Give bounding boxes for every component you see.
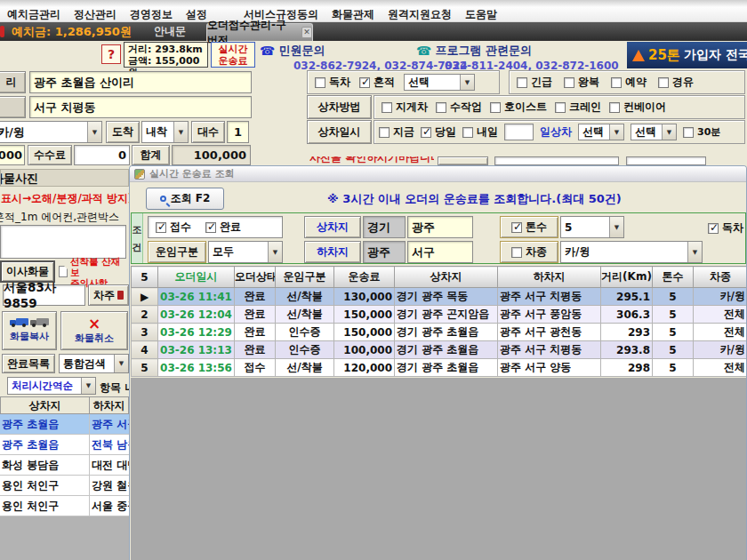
table-cell[interactable]: 5	[653, 288, 694, 306]
table-cell[interactable]: 293.8	[601, 341, 653, 359]
table-cell[interactable]: 완료	[235, 341, 276, 359]
table-cell[interactable]: 전체	[694, 359, 747, 377]
via-checkbox[interactable]: 경유	[658, 75, 694, 90]
table-cell[interactable]: ▶	[132, 288, 158, 306]
drop-address-field[interactable]: 서구 치평동	[29, 96, 252, 118]
memo-box[interactable]	[0, 225, 126, 259]
table-cell[interactable]: 광주 서구 양동	[498, 359, 601, 377]
table-cell[interactable]: 선/착불	[276, 306, 334, 324]
tomorrow-checkbox[interactable]: 내일	[462, 124, 498, 140]
table-cell[interactable]: 4	[132, 341, 158, 359]
table-cell[interactable]: 03-26 12:29	[158, 324, 235, 341]
table-cell[interactable]: 130,000	[334, 288, 395, 306]
commission-field[interactable]: 0	[74, 145, 130, 165]
tab-notice[interactable]: 안내문	[133, 22, 206, 41]
column-header[interactable]: 운임구분	[276, 267, 334, 288]
done-list-button[interactable]: 완료목록	[2, 354, 55, 373]
table-cell[interactable]: 5	[132, 359, 158, 377]
load-time-button[interactable]: 상차일시	[307, 120, 372, 144]
completed-checkbox[interactable]: 완료	[205, 220, 241, 235]
honjeok-checkbox[interactable]: 혼적	[359, 75, 395, 90]
dokcha-filter-checkbox[interactable]: 독차	[708, 220, 743, 236]
table-cell[interactable]: 경기 광주 목동	[395, 288, 498, 306]
column-header[interactable]: 상차지	[395, 267, 498, 288]
table-cell[interactable]: 100,000	[334, 341, 395, 359]
table-row[interactable]: 203-26 12:04완료선/착불150,000경기 광주 곤지암읍광주 서구…	[132, 306, 747, 324]
search-type-select[interactable]: 통합검색▼	[59, 354, 129, 373]
ton-select[interactable]: 5▼	[560, 216, 624, 238]
vehicle-select[interactable]: 카/윙▼	[560, 241, 703, 263]
table-cell[interactable]: 광주 서구 치평동	[498, 341, 601, 359]
conveyor-checkbox[interactable]: 컨베이어	[609, 100, 666, 115]
menu-biz-info[interactable]: 경영정보	[130, 7, 173, 22]
realtime-fare-button[interactable]: 실시간 운송료	[211, 42, 255, 68]
clipped-button[interactable]	[438, 156, 488, 165]
clipped-input-2[interactable]	[626, 156, 706, 165]
list-item[interactable]: 화성 봉담읍대전 대덕 문평	[0, 455, 129, 476]
table-cell[interactable]: 5	[653, 324, 694, 341]
minute-select[interactable]: 선택▼	[631, 124, 677, 140]
table-cell[interactable]: 완료	[235, 324, 276, 341]
menu-deposit-mgmt[interactable]: 예치금관리	[7, 7, 60, 22]
drop-region-field[interactable]: 광주	[363, 241, 406, 263]
forklift-checkbox[interactable]: 지게차	[382, 100, 428, 115]
table-row[interactable]: 403-26 13:13완료인수증100,000경기 광주 초월읍광주 서구 치…	[132, 341, 747, 359]
table-cell[interactable]: 선/착불	[276, 359, 334, 377]
table-cell[interactable]: 광주 서구 풍암동	[498, 306, 601, 324]
menu-remote-support[interactable]: 원격지원요청	[388, 7, 452, 22]
pickup-city-field[interactable]: 광주	[407, 216, 473, 238]
column-header[interactable]: 차종	[694, 267, 747, 288]
count-field[interactable]: 1	[227, 121, 249, 143]
table-cell[interactable]: 경기 광주 초월읍	[395, 359, 498, 377]
sidebar-drop-header[interactable]: 하차지	[89, 396, 129, 414]
column-header[interactable]: 오더상태	[235, 267, 276, 288]
table-cell[interactable]: 전체	[694, 306, 747, 324]
clipped-input-1[interactable]	[494, 156, 619, 165]
table-cell[interactable]: 5	[653, 306, 694, 324]
reservation-checkbox[interactable]: 예약	[611, 75, 647, 90]
table-cell[interactable]: 03-26 11:41	[158, 288, 235, 306]
table-cell[interactable]: 03-26 13:13	[158, 341, 235, 359]
table-cell[interactable]: 03-26 13:56	[158, 359, 235, 377]
owner-button[interactable]: 차주	[88, 284, 129, 306]
time-input[interactable]	[504, 124, 534, 140]
vehicle-checkbox[interactable]: 차종	[511, 244, 547, 260]
table-cell[interactable]: 인수증	[276, 324, 334, 341]
table-row[interactable]: 303-26 12:29완료인수증150,000경기 광주 초월읍광주 서구 광…	[132, 324, 747, 341]
today-checkbox[interactable]: 당일	[421, 124, 456, 140]
now-checkbox[interactable]: 지금	[379, 124, 414, 140]
menu-cargo-control[interactable]: 화물관제	[332, 7, 374, 22]
table-cell[interactable]: 선/착불	[276, 288, 334, 306]
freight-fee-field[interactable]: 100,000	[0, 145, 25, 165]
table-cell[interactable]: 완료	[235, 288, 276, 306]
column-header[interactable]: 오더일시	[158, 267, 235, 288]
min30-checkbox[interactable]: 30분	[683, 125, 720, 139]
arrive-type-select[interactable]: 내착▼	[141, 121, 189, 143]
sidebar-pickup-header[interactable]: 상차지	[0, 396, 90, 414]
table-row[interactable]: ▶03-26 11:41완료선/착불130,000경기 광주 목동광주 서구 치…	[132, 288, 747, 306]
dokcha-checkbox[interactable]: 독차	[315, 75, 350, 90]
menu-settings[interactable]: 설정	[186, 7, 207, 22]
table-cell[interactable]: 293	[601, 324, 653, 341]
25ton-banner[interactable]: 25톤 가입자 전국	[627, 42, 747, 68]
menu-help[interactable]: 도움말	[465, 7, 497, 22]
column-header[interactable]: 하차지	[498, 267, 601, 288]
table-row[interactable]: 503-26 13:56접수선/착불120,000경기 광주 초월읍광주 서구 …	[132, 359, 747, 377]
crane-checkbox[interactable]: 크레인	[555, 100, 601, 115]
drop-filter-button[interactable]: 하차지	[304, 241, 361, 263]
column-header[interactable]: 운송료	[334, 267, 395, 288]
load-type-select[interactable]: 선택▼	[404, 74, 475, 91]
fare-type-button[interactable]: 운임구분	[148, 241, 206, 263]
table-cell[interactable]: 120,000	[334, 359, 395, 377]
table-cell[interactable]: 2	[132, 306, 158, 324]
table-cell[interactable]: 접수	[235, 359, 276, 377]
help-button[interactable]: ?	[101, 44, 121, 64]
table-cell[interactable]: 광주 서구 치평동	[498, 288, 601, 306]
list-item[interactable]: 광주 초월읍광주 서구 치평	[0, 414, 129, 435]
menu-settlement[interactable]: 정산관리	[74, 7, 116, 22]
list-item[interactable]: 용인 처인구서울 중구 충무	[0, 496, 129, 516]
load-method-button[interactable]: 상차방법	[307, 95, 372, 119]
pickup-address-field[interactable]: 광주 초월읍 산이리	[29, 71, 252, 93]
table-cell[interactable]: 298	[601, 359, 653, 377]
manual-checkbox[interactable]: 수작업	[436, 100, 482, 115]
